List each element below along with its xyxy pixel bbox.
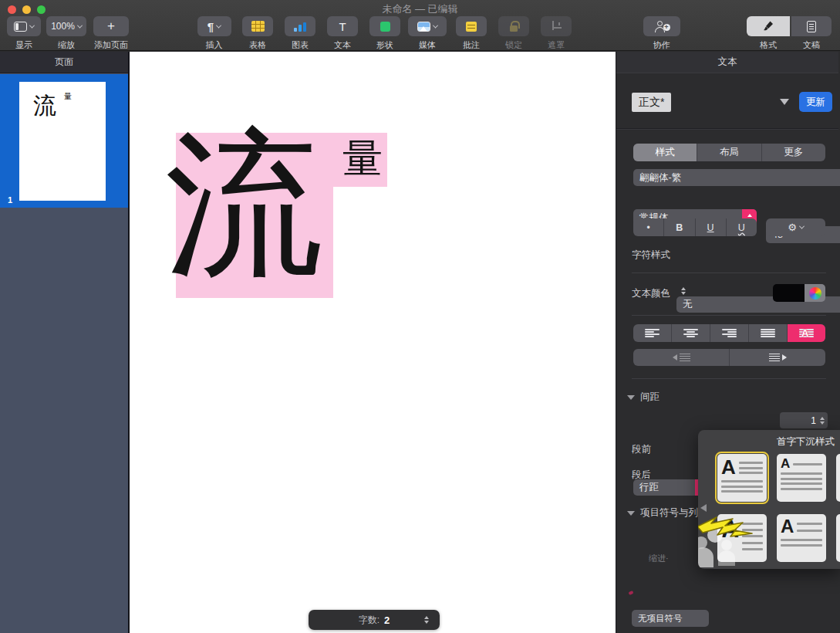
italic-dot-button[interactable]: • <box>633 218 664 236</box>
align-justify-icon <box>761 329 775 338</box>
shape-tool[interactable]: 形状 <box>364 16 406 51</box>
character-style-label: 字符样式 <box>632 249 670 262</box>
wavy-underline-button[interactable]: U <box>727 218 757 236</box>
zoom-tool[interactable]: 100% 缩放 <box>46 16 86 51</box>
dropcap-character[interactable]: 流 <box>165 117 323 291</box>
text-color-stepper-icon[interactable] <box>681 287 686 295</box>
font-family-value: 翩翩体-繁 <box>639 171 681 184</box>
align-auto-button[interactable]: A <box>788 324 825 342</box>
dropcap-style-option[interactable]: A <box>836 454 840 502</box>
chevron-down-icon <box>29 22 35 28</box>
dropcap-style-option[interactable]: A <box>777 514 826 562</box>
text-tool[interactable]: T 文本 <box>322 16 363 51</box>
divider <box>616 128 838 129</box>
tab-style[interactable]: 样式 <box>633 144 697 161</box>
word-count-label: 字数: <box>359 614 380 627</box>
crop-mask-icon <box>551 21 562 32</box>
dropcap-style-popup: 首字下沉样式 A A A A <box>698 430 840 569</box>
disclosure-triangle-icon[interactable] <box>627 511 635 516</box>
view-tool-label: 显示 <box>6 39 42 51</box>
document-tool[interactable]: 文稿 <box>791 16 832 51</box>
tab-layout[interactable]: 布局 <box>697 144 761 161</box>
format-panel-title: 文本 <box>616 52 838 73</box>
color-picker-button[interactable] <box>805 284 825 302</box>
lock-tool: 锁定 <box>493 16 535 51</box>
thumbnail-second-char: 量 <box>64 91 72 102</box>
insert-tool[interactable]: ¶ 插入 <box>193 16 235 51</box>
media-image-icon <box>417 22 430 32</box>
bold-button[interactable]: B <box>664 218 695 236</box>
body-character[interactable]: 量 <box>342 138 383 178</box>
font-family-select[interactable]: 翩翩体-繁 <box>633 169 840 186</box>
align-right-icon <box>722 329 737 338</box>
format-label: 格式 <box>747 39 790 51</box>
comment-tool[interactable]: 批注 <box>450 16 492 51</box>
popup-prev-page-icon[interactable] <box>700 504 707 512</box>
media-tool[interactable]: 媒体 <box>406 16 449 51</box>
table-icon <box>251 21 265 32</box>
dropcap-style-option[interactable]: A <box>777 454 826 502</box>
chevron-down-icon <box>433 22 438 28</box>
update-style-button[interactable]: 更新 <box>799 92 832 112</box>
thumbnail-dropcap-char: 流 <box>33 94 56 117</box>
page-thumbnail[interactable]: 流 量 <box>19 82 106 201</box>
window-title: 未命名 — 已编辑 <box>0 2 840 16</box>
paragraph-icon: ¶ <box>207 20 214 33</box>
tab-more[interactable]: 更多 <box>762 144 825 161</box>
document-canvas[interactable]: 流 量 字数: 2 <box>130 52 616 633</box>
pages-sidebar: 页面 流 量 1 <box>0 52 130 633</box>
view-tool[interactable]: 显示 <box>6 16 42 51</box>
chevron-down-icon <box>216 22 221 28</box>
space-before-label: 段前 <box>632 443 651 456</box>
page-thumbnail-selected[interactable]: 流 量 1 <box>0 74 128 208</box>
text-color-well[interactable] <box>773 284 825 302</box>
spacing-section-header[interactable]: 间距 <box>627 391 660 404</box>
line-spacing-value-field[interactable]: 1 <box>780 412 828 428</box>
collaborate-tool[interactable]: + 协作 <box>640 16 683 51</box>
line-spacing-value-stepper-icon[interactable] <box>820 417 825 425</box>
table-label: 表格 <box>237 39 278 51</box>
disclosure-triangle-icon[interactable] <box>627 395 635 400</box>
dropcap-style-option[interactable]: A <box>836 514 840 562</box>
add-page-tool[interactable]: + 添加页面 <box>93 16 130 51</box>
align-left-button[interactable] <box>633 324 672 342</box>
bullets-select[interactable]: 无项目符号 <box>632 610 709 627</box>
document-label: 文稿 <box>791 39 832 51</box>
dropcap-style-option-selected[interactable]: A <box>717 454 767 502</box>
chart-tool[interactable]: 图表 <box>279 16 321 51</box>
paragraph-style-dropdown-icon[interactable] <box>780 99 789 105</box>
stray-pink-mark <box>628 591 633 595</box>
align-justify-button[interactable] <box>749 324 788 342</box>
table-tool[interactable]: 表格 <box>237 16 278 51</box>
comment-label: 批注 <box>450 39 492 51</box>
pages-app-window: 未命名 — 已编辑 显示 100% 缩放 + 添加页面 ¶ 插入 表格 图表 T <box>0 0 840 633</box>
shape-icon <box>380 22 390 32</box>
lock-icon <box>510 25 518 32</box>
increase-indent-button[interactable] <box>730 349 825 366</box>
word-count-pill[interactable]: 字数: 2 <box>309 610 440 630</box>
add-page-label: 添加页面 <box>93 39 130 51</box>
mask-tool: 遮罩 <box>535 16 577 51</box>
media-label: 媒体 <box>406 39 449 51</box>
text-color-label: 文本颜色 <box>632 287 670 300</box>
bullets-section-header[interactable]: 项目符号与列表 <box>627 506 708 520</box>
chevron-down-icon <box>799 224 805 229</box>
advanced-options-button[interactable]: ⚙ <box>766 218 825 236</box>
paragraph-style-field[interactable]: 正文* <box>632 93 671 112</box>
format-tool[interactable]: 格式 <box>747 16 790 51</box>
sidebar-header: 页面 <box>0 52 128 73</box>
current-color-swatch[interactable] <box>773 284 805 302</box>
spacing-header-label: 间距 <box>640 391 660 404</box>
mask-label: 遮罩 <box>535 39 577 51</box>
word-count-stepper-icon[interactable] <box>424 616 429 624</box>
collaborate-label: 协作 <box>640 39 683 51</box>
align-right-button[interactable] <box>710 324 749 342</box>
window-layout-icon <box>14 22 27 32</box>
align-center-button[interactable] <box>672 324 710 342</box>
align-left-icon <box>645 329 660 338</box>
underline-button[interactable]: U <box>696 218 727 236</box>
chevron-down-icon <box>77 22 83 28</box>
yellow-arrow-annotation <box>698 513 761 550</box>
divider <box>632 272 826 273</box>
line-spacing-value: 1 <box>811 415 816 426</box>
